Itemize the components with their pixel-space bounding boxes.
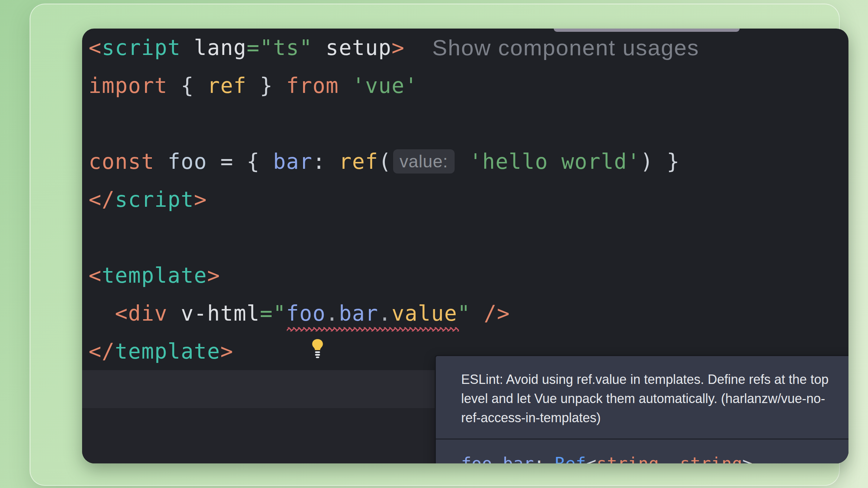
code-token [471, 301, 484, 326]
code-token: value [392, 301, 458, 326]
code-token: = [247, 35, 260, 60]
code-token: ( [378, 149, 391, 174]
type-signature: foo.bar: Ref<string, string> [436, 440, 848, 463]
code-token: < [586, 453, 597, 464]
code-token: import [89, 73, 181, 98]
code-token: bar [339, 301, 378, 326]
code-line: import { ref } from 'vue' [82, 67, 848, 104]
code-line [82, 218, 848, 256]
code-token: = { [220, 149, 273, 174]
code-token: : [534, 453, 555, 464]
code-token: setup [326, 35, 392, 60]
code-token: foo [286, 301, 326, 326]
code-token: template [115, 339, 220, 364]
code-token: { [181, 73, 207, 98]
code-line: <div v-html="foo.bar.value" /> [82, 294, 848, 332]
type-signature-text: foo.bar: Ref<string, string> [461, 453, 753, 464]
code-token: </ [89, 339, 115, 364]
code-token: v-html [181, 301, 260, 326]
code-token: "ts" [260, 35, 312, 60]
code-token: ref [207, 73, 247, 98]
error-squiggle-underline: foo.bar.value [286, 301, 457, 326]
screenshot-card: <script lang="ts" setup>Show component u… [30, 4, 840, 486]
code-token: = [260, 301, 273, 326]
code-line [82, 104, 848, 142]
code-token: foo [168, 149, 221, 174]
code-token: 'hello world' [469, 149, 640, 174]
code-token [312, 35, 326, 60]
code-line: const foo = { bar: ref(value: 'hello wor… [82, 142, 848, 180]
eslint-message-line: ESLint: Avoid using ref.value in templat… [461, 370, 848, 389]
code-line: <script lang="ts" setup>Show component u… [82, 29, 848, 67]
code-editor[interactable]: <script lang="ts" setup>Show component u… [82, 29, 848, 463]
code-token: > [207, 263, 220, 288]
desktop-background: <script lang="ts" setup>Show component u… [0, 0, 868, 488]
code-token: bar [273, 149, 312, 174]
inline-hint-code-lens[interactable]: Show component usages [432, 35, 699, 60]
code-token: ref [339, 149, 378, 174]
code-token: . [326, 301, 339, 326]
code-line: <template> [82, 256, 848, 294]
code-token: <div [115, 301, 181, 326]
code-token: ) } [641, 149, 680, 174]
code-token [89, 301, 115, 326]
code-token: > [220, 339, 233, 364]
code-area[interactable]: <script lang="ts" setup>Show component u… [82, 29, 848, 408]
code-token [181, 35, 194, 60]
eslint-tooltip: ESLint: Avoid using ref.value in templat… [435, 355, 848, 463]
lightbulb-icon[interactable] [311, 338, 324, 359]
code-token: : [312, 149, 339, 174]
inlay-parameter-hint[interactable]: value: [393, 149, 455, 174]
code-token: template [102, 263, 207, 288]
code-token: . [378, 301, 391, 326]
code-token: < [89, 35, 102, 60]
code-token: > [392, 35, 405, 60]
code-token: " [458, 301, 471, 326]
code-token: < [89, 263, 102, 288]
code-token: </ [89, 187, 115, 212]
eslint-message: ESLint: Avoid using ref.value in templat… [436, 356, 848, 438]
code-token: script [115, 187, 194, 212]
code-line: </script> [82, 180, 848, 218]
code-token: 'vue' [352, 73, 418, 98]
code-token: } [247, 73, 286, 98]
code-token: > [194, 187, 207, 212]
code-token: " [273, 301, 286, 326]
code-token: script [102, 35, 181, 60]
eslint-message-line: level and let Vue unpack them automatica… [461, 389, 848, 408]
code-token [456, 149, 469, 174]
editor-top-scrollbar[interactable] [554, 29, 740, 32]
code-token: foo.bar [461, 453, 534, 464]
intention-bulb[interactable] [311, 338, 324, 364]
code-token: > [743, 453, 753, 464]
code-token: , [659, 453, 680, 464]
code-token: from [286, 73, 352, 98]
code-token: string [680, 453, 743, 464]
code-token: const [89, 149, 168, 174]
code-token: string [596, 453, 659, 464]
code-token: Ref [555, 453, 586, 464]
eslint-message-line: ref-access-in-templates) [461, 408, 848, 427]
code-token: /> [484, 301, 510, 326]
code-token: lang [194, 35, 247, 60]
